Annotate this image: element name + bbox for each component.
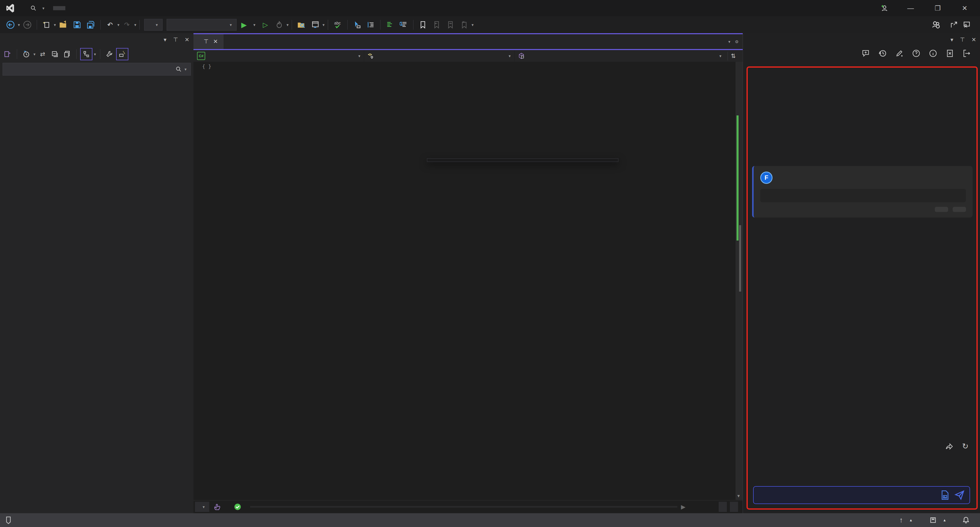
chevron-down-icon[interactable]: ▾ bbox=[33, 52, 35, 57]
scrollbar-right-arrow[interactable]: ▶ bbox=[681, 503, 686, 510]
properties-icon[interactable] bbox=[62, 48, 73, 60]
solution-search-input[interactable]: ▾ bbox=[3, 63, 191, 76]
chevron-down-icon[interactable]: ▾ bbox=[323, 22, 325, 27]
solution-configurations-dropdown[interactable]: ▾ bbox=[144, 19, 162, 31]
switch-views-icon[interactable] bbox=[2, 48, 13, 60]
tab-program-cs[interactable]: ⊤ ✕ bbox=[193, 34, 224, 49]
hot-reload-button[interactable] bbox=[274, 20, 284, 30]
selection-mode-button[interactable] bbox=[352, 20, 362, 30]
insert-button[interactable] bbox=[953, 207, 966, 212]
chevron-down-icon[interactable]: ▾ bbox=[18, 22, 20, 27]
logout-icon[interactable] bbox=[963, 49, 971, 58]
breadcrumb-type[interactable]: ▾ bbox=[364, 50, 514, 62]
select-repository-button[interactable]: ▲ bbox=[929, 516, 946, 524]
refresh-icon[interactable]: ↻ bbox=[962, 442, 969, 451]
preview-selected-items-toggle[interactable] bbox=[116, 48, 128, 60]
find-in-files-button[interactable] bbox=[296, 20, 307, 30]
wrench-icon[interactable] bbox=[104, 48, 115, 60]
start-debugging-button[interactable]: ▶ ▾ bbox=[241, 21, 256, 29]
minimize-button[interactable]: — bbox=[903, 4, 918, 12]
chevron-down-icon[interactable]: ▾ bbox=[54, 22, 56, 27]
copilot-icon bbox=[932, 20, 941, 29]
split-editor-icon[interactable]: ⇅ bbox=[728, 52, 739, 61]
horizontal-scrollbar[interactable]: ▶ bbox=[250, 503, 686, 510]
edit-icon[interactable] bbox=[895, 49, 904, 58]
collapse-all-icon[interactable] bbox=[49, 48, 60, 60]
space-mode-indicator[interactable] bbox=[719, 502, 727, 512]
pin-icon[interactable]: ⊤ bbox=[173, 37, 178, 43]
feedback-hand-icon[interactable] bbox=[213, 503, 221, 511]
show-whitespace-button[interactable] bbox=[385, 20, 395, 30]
breadcrumb-project[interactable]: C# ▾ bbox=[193, 50, 364, 62]
pending-changes-filter-icon[interactable] bbox=[21, 48, 32, 60]
share-icon[interactable] bbox=[945, 442, 953, 451]
add-to-source-control-button[interactable]: ↑ ▲ bbox=[899, 516, 913, 524]
search-menu[interactable]: ▾ bbox=[27, 5, 48, 11]
share-icon[interactable] bbox=[950, 21, 958, 29]
active-project-chip[interactable] bbox=[53, 6, 65, 10]
save-all-button[interactable] bbox=[86, 20, 96, 30]
close-icon[interactable]: ✕ bbox=[972, 37, 976, 43]
scrollbar-down-arrow[interactable]: ▼ bbox=[737, 494, 741, 498]
chat-input-box[interactable] bbox=[753, 486, 970, 504]
attach-image-icon[interactable] bbox=[940, 490, 950, 500]
send-icon[interactable] bbox=[954, 490, 965, 500]
clear-chat-icon[interactable] bbox=[945, 49, 954, 58]
eol-indicator[interactable] bbox=[730, 502, 738, 512]
chevron-down-icon[interactable]: ▾ bbox=[472, 22, 474, 27]
run-icon: ▶ bbox=[241, 21, 247, 29]
pin-icon[interactable]: ⊤ bbox=[960, 37, 965, 43]
close-icon[interactable]: ✕ bbox=[213, 38, 218, 45]
word-wrap-button[interactable] bbox=[399, 20, 409, 30]
new-project-button[interactable] bbox=[41, 20, 52, 30]
home-window-button[interactable] bbox=[310, 20, 320, 30]
chevron-down-icon[interactable]: ▾ bbox=[118, 22, 119, 27]
close-button[interactable]: ✕ bbox=[957, 4, 972, 12]
save-button[interactable] bbox=[72, 20, 82, 30]
zoom-dropdown[interactable]: ▾ bbox=[195, 502, 209, 512]
chevron-down-icon[interactable]: ▾ bbox=[185, 67, 186, 72]
scrollbar-selection-marks bbox=[739, 225, 741, 291]
braces-outline-icon[interactable]: { } bbox=[202, 63, 211, 70]
sign-in-button[interactable] bbox=[880, 4, 891, 12]
spell-check-button[interactable]: abc bbox=[333, 20, 343, 30]
solution-explorer-toolbar: ▾ ⇄ ▾ bbox=[0, 46, 193, 62]
tab-list-icon[interactable]: ▾ bbox=[729, 39, 730, 44]
toggle-bookmark-button[interactable] bbox=[418, 20, 428, 30]
redo-button[interactable]: ↷ bbox=[122, 20, 132, 30]
chevron-down-icon[interactable]: ▾ bbox=[94, 52, 96, 57]
navigate-back-button[interactable] bbox=[5, 20, 16, 30]
undo-button[interactable]: ↶ bbox=[105, 20, 115, 30]
close-icon[interactable]: ✕ bbox=[185, 37, 189, 43]
bell-icon[interactable] bbox=[962, 516, 970, 524]
vertical-scrollbar[interactable]: ▼ bbox=[735, 62, 743, 500]
chat-input[interactable] bbox=[758, 491, 936, 499]
sync-with-active-document-toggle[interactable] bbox=[80, 48, 92, 60]
editor-options-icon[interactable]: ⚙ bbox=[735, 39, 738, 44]
sync-icon[interactable]: ⇄ bbox=[37, 48, 48, 60]
info-icon[interactable] bbox=[929, 49, 937, 58]
svg-text:abc: abc bbox=[334, 21, 341, 25]
feedback-icon[interactable] bbox=[963, 21, 971, 29]
github-copilot-button[interactable] bbox=[932, 20, 980, 29]
help-icon[interactable] bbox=[912, 49, 921, 58]
solution-platforms-dropdown[interactable]: ▾ bbox=[167, 19, 237, 31]
chevron-down-icon[interactable]: ▾ bbox=[950, 37, 953, 43]
format-indent-button[interactable] bbox=[366, 20, 376, 30]
copy-button[interactable] bbox=[935, 207, 948, 212]
navigate-forward-button[interactable] bbox=[22, 20, 32, 30]
breadcrumb-member[interactable]: ▾ ⇅ bbox=[514, 50, 743, 62]
chevron-down-icon[interactable]: ▾ bbox=[134, 22, 136, 27]
chevron-down-icon[interactable]: ▾ bbox=[286, 22, 289, 27]
chevron-down-icon[interactable]: ▾ bbox=[164, 37, 166, 43]
history-icon[interactable] bbox=[878, 49, 887, 58]
clear-bookmarks-button[interactable] bbox=[459, 20, 469, 30]
next-bookmark-button[interactable] bbox=[445, 20, 455, 30]
open-folder-button[interactable] bbox=[58, 20, 68, 30]
previous-bookmark-button[interactable] bbox=[431, 20, 442, 30]
pin-icon[interactable]: ⊤ bbox=[204, 38, 208, 45]
restore-button[interactable]: ❐ bbox=[930, 4, 945, 12]
new-chat-icon[interactable] bbox=[861, 49, 870, 58]
chevron-down-icon: ▾ bbox=[253, 22, 256, 27]
start-without-debugging-button[interactable]: ▷ bbox=[260, 20, 270, 30]
